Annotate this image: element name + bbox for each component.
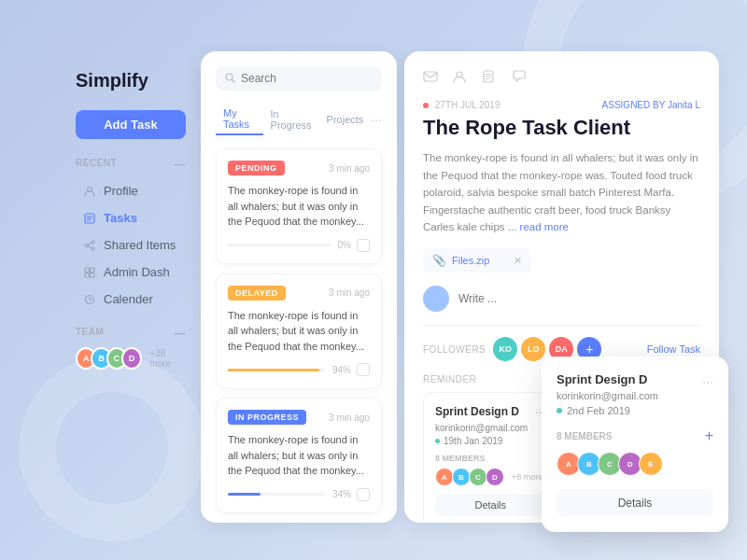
popup-members-label: 8 MEMBERS +	[557, 427, 713, 444]
popup-details-button[interactable]: Details	[557, 489, 713, 517]
progress-bar-fill-2	[228, 369, 319, 371]
sidebar: Simplify Add Task RECENT — Profile Tasks…	[61, 51, 201, 523]
email-icon[interactable]	[423, 70, 440, 87]
progress-bar-bg-3	[228, 493, 325, 496]
task-checkbox-2[interactable]	[357, 363, 370, 376]
task-checkbox-3[interactable]	[357, 488, 370, 501]
comment-avatar	[423, 286, 449, 312]
popup-title: Sprint Design D	[557, 372, 648, 386]
recent-section-label: RECENT —	[76, 158, 186, 171]
members-more-1: +8 more	[512, 472, 543, 482]
reminder-date-dot-1	[435, 439, 440, 443]
attachment-name[interactable]: Files.zip	[452, 255, 489, 266]
comment-area	[423, 286, 700, 312]
task-text-2: The monkey-rope is found in all whalers;…	[228, 308, 370, 355]
task-percent-2: 94%	[332, 365, 351, 375]
svg-point-5	[92, 241, 94, 244]
search-input[interactable]	[241, 72, 373, 85]
panel-tabs: My Tasks In Progress Projects ···	[216, 104, 382, 135]
sidebar-item-tasks[interactable]: Tasks	[76, 205, 186, 231]
svg-rect-13	[91, 273, 95, 277]
tab-projects[interactable]: Projects	[319, 110, 372, 129]
attachment-close-icon[interactable]: ✕	[514, 255, 522, 267]
chat-icon[interactable]	[513, 70, 529, 87]
reminder-date-1: 19th Jan 2019	[435, 436, 546, 446]
member-av-3: C	[469, 468, 487, 486]
team-more-count: +38 more	[149, 348, 186, 369]
svg-line-9	[88, 245, 92, 248]
member-av-1: A	[435, 468, 454, 486]
tasks-icon	[83, 212, 96, 225]
add-task-button[interactable]: Add Task	[76, 110, 186, 139]
task-badge-inprogress: IN PROGRESS	[228, 410, 306, 425]
task-card-pending: PENDING 3 min ago The monkey-rope is fou…	[216, 148, 382, 264]
task-badge-delayed: DELAYED	[228, 286, 286, 301]
tasks-panel: My Tasks In Progress Projects ··· PENDIN…	[201, 51, 397, 523]
sidebar-item-admin[interactable]: Admin Dash	[76, 259, 186, 285]
comment-input[interactable]	[458, 292, 700, 305]
person-icon[interactable]	[453, 70, 470, 87]
svg-point-15	[226, 74, 233, 80]
follow-task-button[interactable]: Follow Task	[647, 343, 700, 355]
task-card-inprogress: IN PROGRESS 3 min ago The monkey-rope is…	[216, 398, 382, 513]
detail-date: 27TH JUL 2019	[423, 100, 500, 110]
task-text-3: The monkey-rope is found in all whalers;…	[228, 432, 370, 479]
sidebar-tasks-label: Tasks	[104, 211, 137, 225]
task-card-delayed: DELAYED 3 min ago The monkey-rope is fou…	[216, 273, 382, 389]
popup-email: korinkorin@gmail.com	[557, 390, 713, 401]
sidebar-admin-label: Admin Dash	[104, 265, 170, 279]
reminder-card-1: Sprint Design D ··· korinkorin@gmail.com…	[423, 392, 558, 523]
popup-add-member-icon[interactable]: +	[705, 427, 713, 444]
member-av-2: B	[452, 468, 471, 486]
svg-point-7	[85, 244, 88, 246]
search-bar[interactable]	[216, 66, 382, 91]
read-more-link[interactable]: read more	[520, 221, 569, 232]
team-section: TEAM — A B C D +38 more	[76, 327, 186, 370]
popup-date-dot	[557, 408, 562, 413]
task-checkbox-1[interactable]	[357, 239, 370, 252]
svg-rect-10	[85, 268, 90, 273]
calendar-icon	[83, 293, 96, 306]
popup-dots[interactable]: ...	[702, 371, 713, 386]
task-badge-pending: PENDING	[228, 161, 285, 175]
progress-bar-fill-3	[228, 493, 261, 496]
document-icon[interactable]	[483, 70, 500, 87]
sidebar-item-profile[interactable]: Profile	[76, 178, 186, 203]
svg-line-16	[233, 79, 235, 82]
progress-bar-bg-2	[228, 369, 325, 371]
svg-rect-17	[424, 72, 437, 81]
attachment-icon: 📎	[432, 254, 446, 267]
svg-line-8	[88, 243, 92, 245]
popup-members-row: A B C D E	[557, 452, 713, 476]
detail-meta: 27TH JUL 2019 ASSIGNED BY Janita L	[423, 100, 700, 110]
team-avatar-4: D	[121, 347, 142, 370]
date-dot	[423, 103, 429, 108]
members-label-1: 8 MEMBERS	[435, 454, 546, 463]
divider	[423, 325, 700, 326]
app-title: Simplify	[76, 70, 186, 91]
tab-more-icon[interactable]: ···	[371, 112, 382, 127]
popup-date: 2nd Feb 2019	[557, 405, 713, 416]
progress-bar-bg-1	[228, 244, 331, 246]
detail-top-icons	[423, 70, 700, 87]
task-time-1: 3 min ago	[329, 163, 370, 174]
task-percent-3: 34%	[332, 489, 351, 499]
admin-icon	[83, 266, 96, 279]
sidebar-calendar-label: Calender	[104, 292, 153, 306]
follower-chip-lo[interactable]: LO	[521, 337, 545, 361]
sidebar-item-calendar[interactable]: Calender	[76, 287, 186, 312]
follower-chip-ko[interactable]: KO	[493, 337, 517, 361]
task-time-3: 3 min ago	[329, 413, 370, 423]
team-section-label: TEAM —	[76, 327, 186, 340]
tab-in-progress[interactable]: In Progress	[263, 105, 319, 134]
svg-rect-11	[91, 268, 95, 273]
detail-assigned-by: ASSIGNED BY Janita L	[602, 100, 700, 110]
member-av-4: D	[486, 468, 504, 486]
details-btn-1[interactable]: Details	[435, 494, 546, 516]
tab-my-tasks[interactable]: My Tasks	[216, 104, 263, 135]
reminder-email-1: korinkorin@gmail.com	[435, 423, 546, 433]
detail-title: The Rope Task Client	[423, 116, 700, 140]
svg-point-6	[92, 247, 94, 250]
reminder-title-1: Sprint Design D	[435, 405, 519, 418]
sidebar-item-shared[interactable]: Shared Items	[76, 232, 186, 258]
